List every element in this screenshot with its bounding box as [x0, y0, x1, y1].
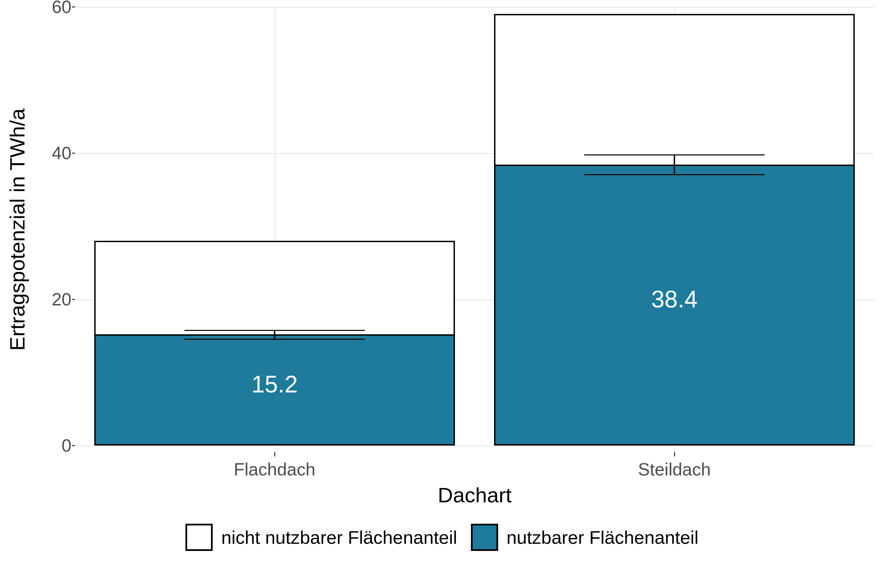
y-axis-label-text: Ertragspotenzial in TWh/a — [5, 108, 29, 351]
bar-value-label: 15.2 — [251, 371, 298, 398]
errorbar-flachdach — [274, 330, 275, 339]
errorbar-cap — [185, 330, 365, 331]
chart-container: Ertragspotenzial in TWh/a 0 20 40 60 15.… — [0, 0, 884, 588]
gridline-h — [75, 7, 875, 8]
plot-panel: 15.2 38.4 — [75, 7, 875, 452]
legend-item-usable: nutzbarer Flächenanteil — [471, 524, 699, 551]
x-axis-label: Dachart — [75, 483, 875, 507]
errorbar-cap — [584, 154, 765, 155]
legend-item-not-usable: nicht nutzbarer Flächenanteil — [185, 524, 457, 551]
y-tick-label: 60 — [42, 0, 71, 17]
x-tick-label: Flachdach — [234, 459, 316, 480]
x-tick-mark — [274, 452, 275, 456]
errorbar-cap — [584, 174, 765, 175]
legend-swatch-icon — [471, 524, 498, 551]
legend-text: nicht nutzbarer Flächenanteil — [221, 527, 457, 548]
errorbar-cap — [185, 339, 365, 340]
x-tick-mark — [674, 452, 675, 456]
x-tick-label: Steildach — [638, 459, 711, 480]
legend-text: nutzbarer Flächenanteil — [507, 527, 699, 548]
errorbar-steildach — [674, 154, 675, 174]
y-tick-label: 20 — [42, 289, 71, 309]
y-tick-label: 40 — [42, 143, 71, 163]
bar-value-label: 38.4 — [651, 286, 698, 313]
bar-steildach-not-usable — [494, 14, 855, 166]
legend: nicht nutzbarer Flächenanteil nutzbarer … — [0, 524, 884, 551]
legend-swatch-icon — [185, 524, 213, 551]
bar-flachdach-not-usable — [94, 241, 455, 336]
gridline-h — [75, 446, 875, 447]
y-axis-label: Ertragspotenzial in TWh/a — [2, 0, 32, 459]
y-tick-label: 0 — [42, 435, 71, 456]
